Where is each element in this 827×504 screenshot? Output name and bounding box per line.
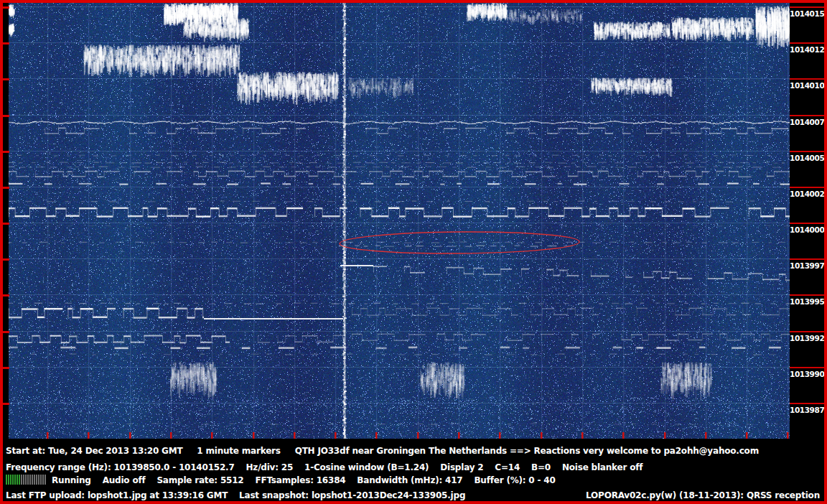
progress-segment-empty — [29, 475, 31, 485]
status-line-run-settings: Running Audio off Sample rate: 5512 FFTs… — [52, 475, 556, 485]
frequency-label: 10140100 — [790, 81, 823, 90]
frequency-tick — [3, 187, 9, 189]
progress-segment-empty — [45, 475, 46, 485]
frequency-tick — [3, 115, 9, 117]
progress-segment-filled — [6, 475, 7, 485]
frequency-label: 10139975 — [790, 261, 823, 270]
frequency-division-line — [790, 42, 824, 44]
status-line-frequency-settings: Frequency range (Hz): 10139850.0 - 10140… — [6, 462, 643, 472]
frequency-label: 10140000 — [790, 225, 823, 234]
progress-segment-empty — [38, 475, 39, 485]
progress-segment-empty — [21, 475, 22, 485]
frequency-division-line — [790, 294, 824, 296]
progress-segment-empty — [40, 475, 42, 485]
frequency-division-line — [790, 223, 824, 224]
frequency-division-line — [790, 367, 824, 368]
frequency-label: 10140050 — [790, 154, 823, 162]
frequency-scale-sidebar: 1014015010140125101401001014007510140050… — [790, 3, 824, 441]
spectrogram-waterfall — [9, 3, 790, 439]
frequency-tick — [3, 403, 9, 405]
progress-segment-empty — [32, 475, 33, 485]
frequency-label: 10140025 — [790, 190, 823, 198]
app-version-label: LOPORAv02c.py(w) (18-11-2013): QRSS rece… — [586, 490, 820, 500]
progress-segment-empty — [36, 475, 37, 485]
frequency-tick — [3, 294, 9, 297]
progress-segment-filled — [17, 475, 18, 485]
progress-segment-filled — [10, 475, 11, 485]
frequency-label: 10139950 — [790, 297, 823, 306]
window-border-top — [0, 0, 827, 3]
frequency-label: 10140125 — [790, 45, 823, 54]
frequency-division-line — [790, 151, 824, 152]
frequency-tick — [3, 367, 9, 369]
progress-segment-empty — [27, 475, 29, 485]
progress-segment-empty — [25, 475, 27, 485]
frequency-tick-strip — [3, 3, 9, 439]
frequency-division-line — [790, 258, 824, 260]
window-border-left — [0, 0, 3, 504]
status-line-start-info: Start at: Tue, 24 Dec 2013 13:20 GMT 1 m… — [6, 446, 759, 456]
window-border-bottom — [0, 501, 827, 504]
progress-segment-empty — [42, 475, 44, 485]
frequency-tick — [3, 78, 9, 80]
frequency-label: 10139925 — [790, 334, 823, 342]
frequency-tick — [3, 42, 9, 45]
progress-segment-filled — [14, 475, 16, 485]
frequency-label: 10140150 — [790, 9, 823, 18]
progress-segment-filled — [19, 475, 20, 485]
frequency-division-line — [790, 78, 824, 80]
frequency-division-line — [790, 115, 824, 116]
progress-segment-filled — [8, 475, 9, 485]
progress-segment-empty — [34, 475, 35, 485]
status-bar: Start at: Tue, 24 Dec 2013 13:20 GMT 1 m… — [3, 439, 824, 501]
frequency-division-line — [790, 403, 824, 404]
frequency-tick — [3, 258, 9, 261]
frequency-tick — [3, 151, 9, 153]
progress-segment-empty — [23, 475, 24, 485]
window-border-right — [824, 0, 827, 504]
frequency-division-line — [790, 331, 824, 332]
lopora-grabber-window: 1014015010140125101401001014007510140050… — [0, 0, 827, 504]
frequency-tick — [3, 6, 9, 9]
buffer-progress-bar — [6, 475, 47, 485]
progress-segment-filled — [12, 475, 14, 485]
frequency-tick — [3, 223, 9, 225]
frequency-tick — [3, 331, 9, 333]
frequency-division-line — [790, 6, 824, 8]
frequency-label: 10139875 — [790, 406, 823, 414]
frequency-label: 10140075 — [790, 118, 823, 126]
frequency-division-line — [790, 187, 824, 188]
status-line-upload-info: Last FTP upload: lopshot1.jpg at 13:39:1… — [6, 490, 465, 500]
frequency-label: 10139900 — [790, 370, 823, 378]
